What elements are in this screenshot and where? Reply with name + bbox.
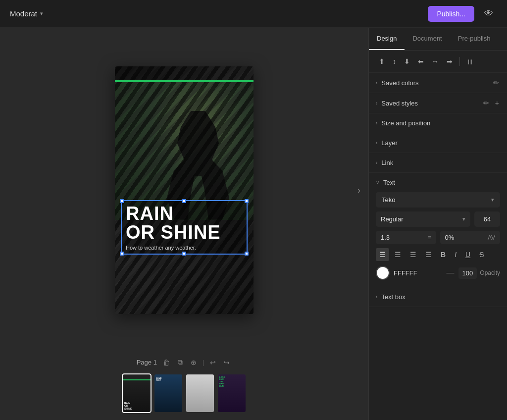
thumbnail-3[interactable] xyxy=(186,374,214,412)
align-left-text-button[interactable]: ☰ xyxy=(376,248,389,261)
align-center-text-button[interactable]: ☰ xyxy=(391,248,405,261)
letter-spacing-icon: AV xyxy=(488,234,495,241)
tab-prepublish[interactable]: Pre-publish xyxy=(450,28,499,50)
selection-handle-tl[interactable] xyxy=(120,199,124,203)
text-element[interactable]: RAIN OR SHINE How to weather any weather… xyxy=(121,200,248,255)
edit-saved-colors-button[interactable]: ✏ xyxy=(492,79,500,87)
subtitle-text: How to weather any weather. xyxy=(126,245,243,251)
font-size-input[interactable] xyxy=(474,211,500,227)
saved-styles-section: › Saved styles ✏ + xyxy=(369,93,507,113)
style-chevron-icon: ▾ xyxy=(462,216,465,222)
line-height-icon: ≡ xyxy=(427,234,431,241)
page-controls: Page 1 🗑 ⧉ ⊕ | ↩ ↪ xyxy=(137,352,232,370)
strikethrough-button[interactable]: S xyxy=(476,248,487,261)
canvas-area: RAIN OR SHINE How to weather any weather… xyxy=(0,28,368,420)
preview-button[interactable]: 👁 xyxy=(480,6,497,21)
design-canvas[interactable]: RAIN OR SHINE How to weather any weather… xyxy=(115,66,254,314)
saved-colors-actions: ✏ xyxy=(492,79,500,87)
delete-page-button[interactable]: 🗑 xyxy=(161,358,172,368)
project-name: Moderat xyxy=(10,9,37,18)
redo-button[interactable]: ↪ xyxy=(222,358,232,368)
align-top-button[interactable]: ⬆ xyxy=(376,55,388,67)
next-arrow[interactable]: › xyxy=(357,185,360,195)
edit-saved-styles-button[interactable]: ✏ xyxy=(482,99,490,107)
duplicate-page-button[interactable]: ⧉ xyxy=(176,357,185,368)
align-divider xyxy=(459,57,460,66)
thumbnail-2[interactable]: SOMETEXT xyxy=(154,374,182,412)
chevron-right-icon-3: › xyxy=(376,120,377,126)
saved-styles-label: Saved styles xyxy=(381,100,418,107)
selection-handle-tc[interactable] xyxy=(182,199,186,203)
canvas-wrapper: RAIN OR SHINE How to weather any weather… xyxy=(0,28,368,352)
align-center-h-button[interactable]: ↔ xyxy=(429,55,442,67)
panel-tabs: Design Document Pre-publish xyxy=(369,28,507,51)
text-section-label: Text xyxy=(383,179,395,186)
publish-button[interactable]: Publish... xyxy=(428,6,474,22)
text-box-header[interactable]: › Text box xyxy=(369,287,507,307)
link-label: Link xyxy=(381,159,393,166)
opacity-value[interactable]: 100 xyxy=(458,267,477,279)
color-row: FFFFFF — 100 Opacity xyxy=(376,266,500,280)
align-center-v-button[interactable]: ↕ xyxy=(390,55,399,67)
selection-handle-bc[interactable] xyxy=(182,252,186,256)
text-section: ∨ Text Teko ▾ Regular ▾ xyxy=(369,173,507,287)
letter-spacing-group[interactable]: 0% AV xyxy=(440,231,501,244)
thumbnail-1[interactable]: RAINORSHINE xyxy=(123,374,151,412)
undo-button[interactable]: ↩ xyxy=(208,358,218,368)
opacity-label: Opacity xyxy=(480,269,500,276)
font-name: Teko xyxy=(382,196,395,204)
chevron-right-icon-2: › xyxy=(376,101,377,106)
thumb-text-4: LONGLIVETHERAINRUN xyxy=(219,376,225,387)
chevron-right-icon: › xyxy=(376,80,377,86)
italic-button[interactable]: I xyxy=(451,248,460,261)
text-section-header[interactable]: ∨ Text xyxy=(369,173,507,192)
text-box-section: › Text box xyxy=(369,287,507,307)
chevron-down-icon: ▾ xyxy=(40,10,43,17)
saved-colors-header[interactable]: › Saved colors ✏ xyxy=(369,73,507,93)
saved-colors-section: › Saved colors ✏ xyxy=(369,73,507,93)
layer-header[interactable]: › Layer xyxy=(369,133,507,153)
underline-button[interactable]: U xyxy=(462,248,474,261)
layer-label: Layer xyxy=(381,139,398,147)
saved-styles-actions: ✏ + xyxy=(482,99,500,107)
distribute-button[interactable]: ⫼ xyxy=(464,55,477,67)
align-toolbar: ⬆ ↕ ⬇ ⬅ ↔ ➡ ⫼ xyxy=(369,51,507,73)
add-page-button[interactable]: ⊕ xyxy=(189,358,199,368)
saved-styles-header[interactable]: › Saved styles ✏ + xyxy=(369,93,507,113)
font-selector[interactable]: Teko ▾ xyxy=(376,192,500,208)
color-swatch[interactable] xyxy=(376,266,390,280)
link-header[interactable]: › Link xyxy=(369,153,507,172)
tab-document[interactable]: Document xyxy=(405,28,450,50)
topbar-actions: Publish... 👁 xyxy=(428,6,497,22)
align-right-button[interactable]: ➡ xyxy=(444,55,456,67)
add-saved-style-button[interactable]: + xyxy=(494,99,500,107)
selection-handle-br[interactable] xyxy=(245,252,249,256)
canvas-stripes xyxy=(115,66,254,314)
align-bottom-button[interactable]: ⬇ xyxy=(401,55,413,67)
font-style-value: Regular xyxy=(381,215,404,223)
color-dash: — xyxy=(447,268,455,277)
size-position-label: Size and position xyxy=(381,119,430,127)
main-area: RAIN OR SHINE How to weather any weather… xyxy=(0,28,507,420)
link-section: › Link xyxy=(369,153,507,173)
opacity-group: 100 Opacity xyxy=(458,267,500,279)
size-position-header-left: › Size and position xyxy=(376,119,430,127)
align-left-button[interactable]: ⬅ xyxy=(415,55,427,67)
saved-colors-label: Saved colors xyxy=(381,79,418,87)
align-justify-text-button[interactable]: ☰ xyxy=(422,248,435,261)
thumbnail-4[interactable]: LONGLIVETHERAINRUN xyxy=(218,374,246,412)
project-name-area[interactable]: Moderat ▾ xyxy=(10,9,43,18)
align-right-text-button[interactable]: ☰ xyxy=(406,248,420,261)
line-height-group[interactable]: 1.3 ≡ xyxy=(376,231,436,244)
color-hex-value: FFFFFF xyxy=(394,269,443,277)
tab-design[interactable]: Design xyxy=(369,28,405,50)
line-height-value: 1.3 xyxy=(381,234,424,241)
link-header-left: › Link xyxy=(376,159,393,166)
font-style-selector[interactable]: Regular ▾ xyxy=(376,211,470,227)
selection-handle-tr[interactable] xyxy=(245,199,249,203)
thumb-text-1: RAINORSHINE xyxy=(124,402,132,411)
selection-handle-bl[interactable] xyxy=(120,252,124,256)
bold-button[interactable]: B xyxy=(437,248,449,261)
size-position-header[interactable]: › Size and position xyxy=(369,113,507,133)
thumbnail-strip: RAINORSHINE SOMETEXT LONGLIVETHERAINRUN xyxy=(123,370,246,420)
